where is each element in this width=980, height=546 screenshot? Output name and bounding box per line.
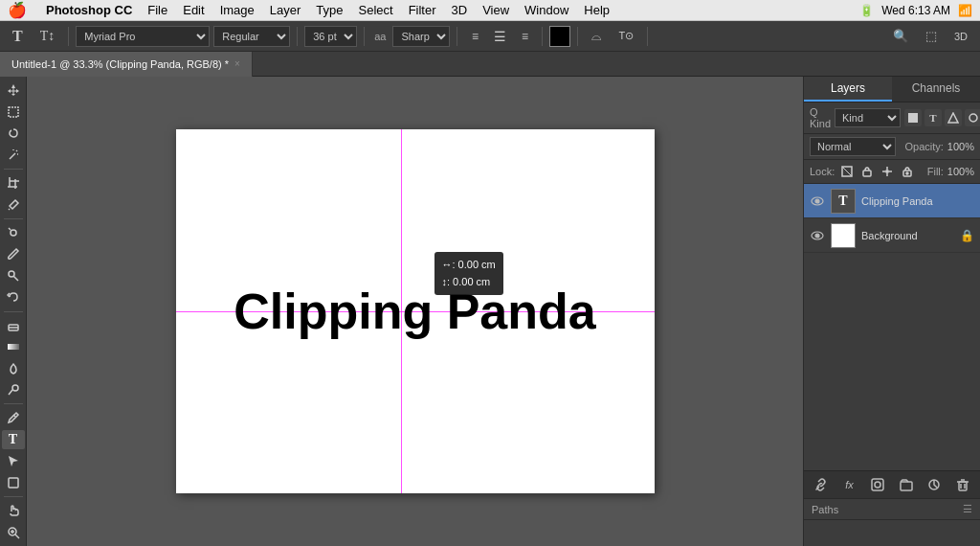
delete-layer-button[interactable]: [953, 475, 972, 494]
lock-transparency-btn[interactable]: [838, 163, 856, 180]
layer-name-background: Background: [861, 230, 954, 241]
link-layers-button[interactable]: [812, 475, 831, 494]
gradient-tool[interactable]: [2, 337, 25, 356]
svg-line-17: [9, 390, 12, 395]
paths-menu-button[interactable]: ☰: [963, 503, 972, 515]
warp-text-button[interactable]: ⌓: [585, 25, 608, 48]
layer-item[interactable]: Background 🔒: [804, 218, 980, 253]
align-center-button[interactable]: ☰: [489, 26, 510, 47]
fill-value[interactable]: 100%: [947, 166, 974, 177]
menu-filter[interactable]: Filter: [401, 0, 444, 20]
font-style-select[interactable]: Regular: [213, 26, 290, 47]
align-right-button[interactable]: ≡: [514, 26, 535, 47]
layer-thumb-background: [831, 223, 856, 248]
eraser-tool[interactable]: [2, 315, 25, 334]
layer-item[interactable]: T Clipping Panda: [804, 184, 980, 218]
menu-select[interactable]: Select: [350, 0, 400, 20]
tab-channels[interactable]: Channels: [892, 77, 980, 102]
move-tool[interactable]: [2, 80, 25, 100]
layers-filter-row: Q Kind Kind Name Effect Mode Attribute C…: [804, 102, 980, 134]
paths-panel: Paths ☰: [804, 498, 980, 546]
lasso-tool[interactable]: [2, 124, 25, 143]
kind-select[interactable]: Kind Name Effect Mode Attribute Color: [835, 108, 901, 127]
svg-point-27: [969, 114, 977, 122]
filter-pixel-icon[interactable]: [904, 109, 922, 126]
menu-view[interactable]: View: [475, 0, 517, 20]
lock-icons: [838, 163, 916, 180]
brush-tool[interactable]: [2, 244, 25, 263]
tab-close-button[interactable]: ×: [234, 58, 240, 69]
tab-layers[interactable]: Layers: [804, 77, 892, 102]
menu-file[interactable]: File: [140, 0, 175, 20]
text-on-path-button[interactable]: T⊙: [612, 25, 640, 48]
add-layer-style-button[interactable]: fx: [840, 475, 859, 494]
layers-lock-row: Lock: Fill: 100%: [804, 160, 980, 184]
shape-tool[interactable]: [2, 473, 25, 492]
wifi-icon: 📶: [958, 4, 972, 17]
font-orientation-button[interactable]: T↕: [33, 25, 62, 48]
history-brush-tool[interactable]: [2, 287, 25, 307]
font-family-select[interactable]: Myriad Pro: [76, 26, 210, 47]
anti-alias-label: aa: [371, 31, 389, 42]
type-tool[interactable]: T: [2, 430, 25, 449]
menu-window[interactable]: Window: [517, 0, 576, 20]
apple-menu[interactable]: 🍎: [8, 1, 27, 19]
hand-tool[interactable]: [2, 501, 25, 520]
svg-marker-26: [948, 113, 958, 123]
left-tools-panel: T: [0, 77, 27, 546]
anti-alias-select[interactable]: Sharp: [392, 26, 450, 47]
add-mask-button[interactable]: [868, 475, 887, 494]
filter-shape-icon[interactable]: [945, 109, 962, 126]
clone-stamp-tool[interactable]: [2, 266, 25, 285]
font-size-select[interactable]: 36 pt: [304, 26, 357, 47]
panel-bottom: fx: [804, 470, 980, 498]
crop-tool[interactable]: [2, 173, 25, 193]
tool-divider-3: [4, 311, 23, 312]
text-color-swatch[interactable]: [549, 26, 570, 47]
eyedropper-tool[interactable]: [2, 194, 25, 214]
menu-type[interactable]: Type: [308, 0, 350, 20]
filter-smartobject-icon[interactable]: [965, 109, 980, 126]
create-adjustment-button[interactable]: [924, 475, 944, 494]
tool-divider-1: [4, 169, 23, 170]
lock-position-btn[interactable]: [879, 163, 896, 180]
menu-help[interactable]: Help: [576, 0, 617, 20]
create-group-button[interactable]: [897, 475, 916, 494]
menu-3d[interactable]: 3D: [444, 0, 476, 20]
dodge-tool[interactable]: [2, 380, 25, 399]
document-tab[interactable]: Untitled-1 @ 33.3% (Clipping Panda, RGB/…: [0, 52, 253, 77]
tool-divider-4: [4, 403, 23, 404]
filter-text-icon[interactable]: T: [924, 109, 942, 126]
healing-brush-tool[interactable]: [2, 223, 25, 242]
search-button[interactable]: 🔍: [886, 25, 915, 48]
main-area: T Clipping Panda ↔: 0.00 cm ↕: 0.00 cm: [0, 77, 980, 546]
svg-point-37: [906, 172, 908, 174]
svg-point-31: [885, 170, 889, 173]
svg-line-4: [16, 150, 17, 151]
lock-image-btn[interactable]: [858, 163, 876, 180]
align-left-button[interactable]: ≡: [464, 26, 485, 47]
path-selection-tool[interactable]: [2, 451, 25, 470]
canvas-text[interactable]: Clipping Panda: [234, 283, 595, 340]
magic-wand-tool[interactable]: [2, 145, 25, 164]
menu-image[interactable]: Image: [212, 0, 262, 20]
paths-title: Paths: [812, 504, 963, 515]
blend-mode-select[interactable]: Normal Multiply Screen Overlay: [810, 137, 896, 156]
svg-rect-30: [863, 171, 871, 176]
opacity-value[interactable]: 100%: [947, 141, 974, 152]
layer-visibility-background[interactable]: [810, 228, 825, 243]
layer-visibility-clipping-panda[interactable]: [810, 193, 825, 209]
lock-label: Lock:: [810, 166, 835, 177]
menu-edit[interactable]: Edit: [175, 0, 212, 20]
pen-tool[interactable]: [2, 408, 25, 427]
paths-header: Paths ☰: [804, 499, 980, 520]
blur-tool[interactable]: [2, 358, 25, 377]
zoom-tool[interactable]: [2, 523, 25, 542]
type-tool-icon-toolbar[interactable]: T: [6, 25, 30, 48]
menu-layer[interactable]: Layer: [262, 0, 309, 20]
lock-all-btn[interactable]: [899, 163, 916, 180]
3d-mode-button[interactable]: 3D: [947, 25, 974, 48]
rectangular-marquee-tool[interactable]: [2, 102, 25, 121]
screen-mode-button[interactable]: ⬚: [919, 25, 944, 48]
menu-photoshop[interactable]: Photoshop CC: [38, 0, 140, 20]
